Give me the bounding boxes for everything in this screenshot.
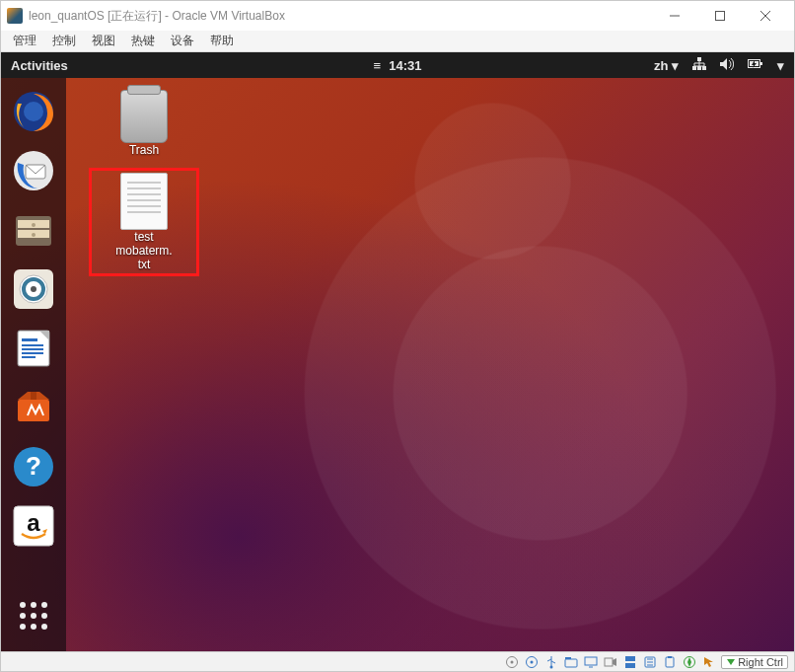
svg-rect-6 <box>697 66 701 70</box>
libreoffice-writer-icon <box>12 327 55 370</box>
clock-text: 14:31 <box>389 58 421 73</box>
amazon-icon: a <box>12 504 55 548</box>
sb-display-icon[interactable] <box>583 654 599 670</box>
show-applications-button[interactable] <box>10 592 57 639</box>
svg-rect-56 <box>625 656 635 661</box>
svg-marker-13 <box>720 58 727 70</box>
guest-desktop[interactable]: ? a Trash test moba <box>1 78 794 651</box>
menu-manage[interactable]: 管理 <box>13 33 36 49</box>
svg-point-25 <box>32 223 36 227</box>
svg-point-30 <box>31 286 36 292</box>
svg-point-46 <box>511 660 514 663</box>
help-icon: ? <box>12 445 55 488</box>
volume-icon[interactable] <box>720 57 734 74</box>
gnome-top-bar: Activities ≡ 14:31 zh ▾ ▾ <box>1 52 794 78</box>
battery-icon[interactable] <box>748 58 763 73</box>
svg-rect-37 <box>22 356 36 358</box>
menu-devices[interactable]: 设备 <box>171 33 194 49</box>
svg-rect-57 <box>625 663 635 668</box>
desktop-icon-file-highlighted[interactable]: test mobaterm. txt <box>90 169 198 275</box>
network-icon[interactable] <box>692 57 706 74</box>
svg-rect-54 <box>605 658 613 666</box>
sb-mouse-integration-icon[interactable] <box>701 654 717 670</box>
activities-button[interactable]: Activities <box>11 58 68 73</box>
svg-rect-50 <box>565 659 577 667</box>
dock-writer[interactable] <box>10 325 57 372</box>
host-key-indicator[interactable]: Right Ctrl <box>721 655 788 669</box>
sb-usb-icon[interactable] <box>543 654 559 670</box>
files-icon <box>12 208 55 252</box>
svg-rect-33 <box>22 338 37 341</box>
minimize-button[interactable] <box>652 1 697 31</box>
svg-rect-7 <box>702 66 706 70</box>
host-titlebar[interactable]: leon_quantOS [正在运行] - Oracle VM VirtualB… <box>1 1 794 31</box>
svg-marker-55 <box>613 658 616 666</box>
svg-rect-52 <box>585 657 597 665</box>
host-key-label: Right Ctrl <box>738 656 783 668</box>
svg-rect-51 <box>565 657 571 659</box>
host-title-text: leon_quantOS [正在运行] - Oracle VM VirtualB… <box>29 8 285 25</box>
minimize-icon <box>670 11 680 21</box>
trash-icon <box>120 90 168 143</box>
menu-help[interactable]: 帮助 <box>210 33 234 49</box>
svg-rect-39 <box>31 392 36 400</box>
menu-control[interactable]: 控制 <box>52 33 76 49</box>
dock-firefox[interactable] <box>10 88 57 135</box>
svg-rect-4 <box>697 57 701 61</box>
sb-guest-additions-icon[interactable] <box>682 654 697 670</box>
svg-rect-5 <box>692 66 696 70</box>
menu-view[interactable]: 视图 <box>92 33 115 49</box>
sb-shared-folders-icon[interactable] <box>563 654 579 670</box>
close-icon <box>760 11 770 21</box>
clock-area[interactable]: ≡ 14:31 <box>374 58 422 73</box>
svg-point-19 <box>24 102 43 121</box>
sb-harddisk-icon[interactable] <box>504 654 520 670</box>
close-button[interactable] <box>743 1 788 31</box>
dock-help[interactable]: ? <box>10 443 57 490</box>
down-arrow-icon <box>726 657 736 667</box>
svg-text:a: a <box>27 509 40 536</box>
ubuntu-software-icon <box>12 386 55 429</box>
dock-software[interactable] <box>10 384 57 431</box>
menu-hotkeys[interactable]: 热键 <box>131 33 155 49</box>
thunderbird-icon <box>12 149 55 192</box>
apps-grid-icon <box>20 602 47 630</box>
svg-point-49 <box>550 665 553 668</box>
sb-optical-icon[interactable] <box>524 654 540 670</box>
sb-recording-icon[interactable] <box>603 654 618 670</box>
text-file-icon <box>120 173 168 230</box>
ubuntu-dock: ? a <box>1 78 66 651</box>
system-menu-caret[interactable]: ▾ <box>777 58 784 73</box>
svg-rect-62 <box>666 657 674 667</box>
input-source-label: zh <box>654 58 668 73</box>
virtualbox-status-bar: Right Ctrl <box>1 651 794 671</box>
virtualbox-icon <box>7 8 23 24</box>
svg-point-48 <box>531 660 534 663</box>
rhythmbox-icon <box>12 267 55 311</box>
dock-amazon[interactable]: a <box>10 502 57 550</box>
dock-rhythmbox[interactable] <box>10 265 57 313</box>
virtualbox-window: leon_quantOS [正在运行] - Oracle VM VirtualB… <box>0 0 795 672</box>
svg-text:?: ? <box>26 451 41 481</box>
sb-network-icon[interactable] <box>622 654 638 670</box>
desktop-icon-label: Trash <box>129 143 159 157</box>
maximize-icon <box>715 11 725 21</box>
firefox-icon <box>12 90 55 133</box>
svg-rect-63 <box>668 656 672 658</box>
sb-audio-icon[interactable] <box>642 654 658 670</box>
desktop-icons-area: Trash test mobaterm. txt <box>90 86 198 275</box>
svg-marker-65 <box>727 659 735 665</box>
sb-clipboard-icon[interactable] <box>662 654 678 670</box>
svg-rect-16 <box>760 62 762 65</box>
svg-rect-35 <box>22 348 43 350</box>
maximize-button[interactable] <box>697 1 743 31</box>
dock-thunderbird[interactable] <box>10 147 57 194</box>
svg-rect-34 <box>22 344 43 346</box>
chevron-down-icon: ▾ <box>672 58 679 73</box>
desktop-icon-label: test mobaterm. txt <box>115 230 172 271</box>
svg-rect-36 <box>22 352 43 354</box>
input-source-indicator[interactable]: zh ▾ <box>654 58 679 73</box>
svg-rect-1 <box>716 12 725 21</box>
dock-files[interactable] <box>10 206 57 254</box>
desktop-icon-trash[interactable]: Trash <box>90 86 198 161</box>
